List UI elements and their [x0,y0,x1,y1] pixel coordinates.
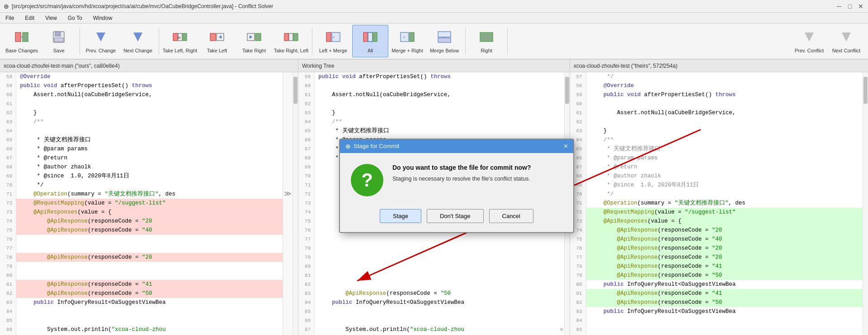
table-row: 84 [570,316,863,325]
table-row: 63 } [570,126,863,135]
left-merge-button[interactable]: + Left + Merge [315,25,351,57]
scrollbar-thumb[interactable] [293,77,297,104]
table-row: 73 @ApiResponses(value = { [570,217,863,226]
dialog-question-icon: ? [351,164,383,196]
right-pane-header: xcoa-cloud-zhoufei-test ("theirs", 572f2… [570,60,868,72]
menu-goto[interactable]: Go To [66,14,84,22]
svg-rect-0 [15,33,21,42]
table-row: 75 @ApiResponse(responseCode = "40 [570,235,863,244]
take-left-label: Take Left [207,48,227,53]
stage-commit-dialog: ⊕ Stage for Commit × ? Do you want to st… [339,139,574,233]
table-row: 84 public InfoQueryResult<OaSuggestViewB… [298,298,564,307]
right-icon [478,29,495,46]
right-button[interactable]: Right [468,25,505,57]
left-pane-scrollbar[interactable] [292,72,298,335]
left-pane-content[interactable]: 58@Override 59public void afterPropertie… [0,72,298,335]
table-row: 70 */ [570,190,863,199]
svg-rect-33 [480,33,493,42]
take-right-button[interactable]: Take Right [236,25,272,57]
svg-rect-31 [438,38,451,42]
merge-right-button[interactable]: + Merge + Right [389,25,425,57]
svg-marker-6 [96,33,105,42]
prev-change-button[interactable]: Prev. Change [83,25,119,57]
svg-rect-10 [183,33,187,41]
take-left-right-button[interactable]: ≫ Take Left, Right [162,25,198,57]
table-row: 87 System.out.println("xcoa-cloud-zhou [298,325,564,334]
take-right-left-button[interactable]: Take Right, Left [273,25,309,57]
table-row: 58 @Override [570,81,863,90]
table-row: 59 public void afterPropertiesSet() thro… [570,90,863,99]
stage-button[interactable]: Stage [380,209,421,223]
table-row: 77 [0,244,283,253]
scrollbar-thumb[interactable] [863,77,868,104]
table-row: 85 [0,316,283,325]
title-bar-content: ⊕ [src/project/src/main/java/com/hd/xcoa… [4,3,273,10]
menu-edit[interactable]: Edit [23,14,36,22]
table-row: 67 * @return [570,163,863,172]
base-changes-button[interactable]: Base Changes [4,25,40,57]
menu-file[interactable]: File [4,14,16,22]
all-label: All [368,48,373,53]
svg-rect-28 [410,33,414,42]
right-pane-content[interactable]: 57 */ 58 @Override 59 public void afterP… [570,72,868,335]
dont-stage-button[interactable]: Don't Stage [427,209,484,223]
table-row: 81 @ApiResponse(responseCode = "41 [0,280,283,289]
table-row: 77 [298,235,564,244]
svg-rect-5 [54,38,63,42]
merge-right-icon: + [399,29,415,46]
save-label: Save [53,48,64,53]
middle-pane-close[interactable]: ✕ [560,325,563,334]
table-row: 60 Assert.notNull(oaCubeBridgeService, [0,90,283,99]
dialog-title-left: ⊕ Stage for Commit [345,143,399,150]
right-pane-scrollbar[interactable] [863,72,868,335]
close-button[interactable]: ✕ [857,3,864,10]
minimize-button[interactable]: ─ [835,3,843,10]
dialog-buttons: Stage Don't Stage Cancel [340,204,573,232]
svg-rect-19 [289,33,293,41]
merge-below-icon [436,29,453,46]
table-row: 59public void afterPropertiesSet() throw… [298,72,564,81]
merge-below-button[interactable]: Merge Below [426,25,462,57]
menu-view[interactable]: View [43,14,59,22]
menu-window[interactable]: Window [91,14,114,22]
table-row: 58@Override [0,72,283,81]
table-row: 83 public InfoQueryResult<OaSuggestViewB… [570,307,863,316]
take-left-button[interactable]: Take Left [199,25,235,57]
table-row: 66 * @param params [570,154,863,163]
all-button[interactable]: All [352,25,388,57]
table-row: 70 */ [0,181,283,190]
table-row: 72 @RequestMapping(value = "/suggest-lis… [570,208,863,217]
toolbar-separator-5 [507,28,508,55]
scrollbar-thumb[interactable] [565,77,569,104]
toolbar-separator-2 [159,28,159,55]
all-icon [362,29,378,46]
prev-conflict-button[interactable]: Prev. Conflict [791,25,827,57]
next-conflict-label: Next Conflict [832,48,860,53]
window-controls[interactable]: ─ □ ✕ [835,3,864,10]
next-change-button[interactable]: Next Change [120,25,156,57]
table-row: 85 [570,325,863,334]
prev-conflict-icon [801,29,817,46]
svg-marker-34 [805,33,814,42]
merge-right-label: Merge + Right [392,48,423,53]
cancel-button[interactable]: Cancel [489,209,533,223]
dialog-main-text: Do you want to stage the file for commit… [392,164,562,171]
merge-indicator[interactable]: ≫ [284,190,292,199]
save-button[interactable]: Save [41,25,77,57]
next-change-icon [130,29,146,46]
maximize-button[interactable]: □ [846,3,854,10]
svg-rect-12 [210,33,216,41]
take-left-right-label: Take Left, Right [163,48,197,53]
table-row: 84 [0,307,283,316]
table-row: 61 Assert.notNull(oaCubeBridgeService, [298,90,564,99]
take-left-icon [209,29,225,46]
table-row: 65 * 关键文档推荐接口 [298,126,564,135]
table-row: 77 @ApiResponse(responseCode = "20 [570,253,863,262]
next-conflict-button[interactable]: Next Conflict [828,25,864,57]
dialog-close-button[interactable]: × [564,142,568,150]
dialog-sub-text: Staging is necessary to resolve the file… [392,176,562,182]
svg-rect-30 [438,32,451,37]
take-right-left-icon [283,29,299,46]
table-row: 69 * @since 1.0, 2020年8月11日 [570,181,863,190]
table-row: 66 * @param params [0,144,283,154]
